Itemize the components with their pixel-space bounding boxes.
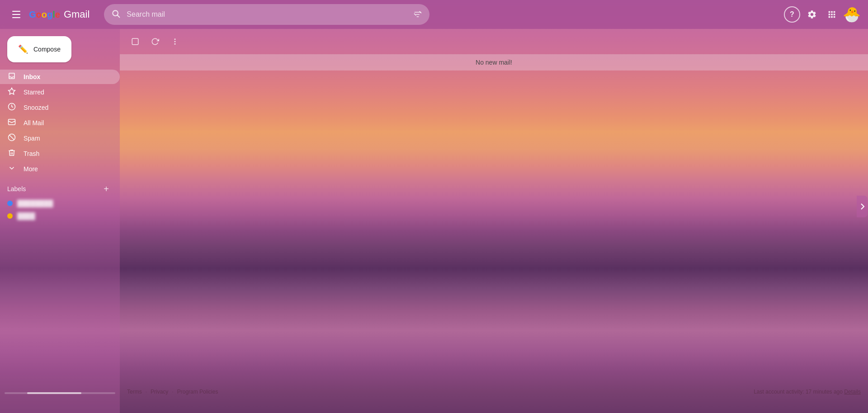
more-chevron-icon — [7, 164, 16, 174]
inbox-toolbar — [120, 29, 868, 54]
avatar: 🐣 — [843, 7, 861, 22]
starred-label: Starred — [24, 89, 44, 96]
search-input[interactable] — [104, 4, 429, 25]
all-mail-icon — [7, 118, 16, 128]
topbar-right: ? 🐣 — [783, 5, 861, 23]
footer-links: Terms · Privacy · Program Policies — [127, 389, 218, 395]
sidebar-item-all-mail[interactable]: All Mail — [0, 116, 120, 130]
label-color-dot — [7, 201, 13, 206]
hamburger-icon — [12, 11, 20, 18]
svg-point-13 — [175, 38, 176, 40]
label-item[interactable]: ████ — [0, 210, 120, 222]
sidebar-item-spam[interactable]: Spam — [0, 131, 120, 145]
svg-line-5 — [420, 11, 421, 13]
footer-program-policies-link[interactable]: Program Policies — [177, 389, 218, 395]
account-avatar-button[interactable]: 🐣 — [843, 5, 861, 23]
snoozed-icon — [7, 103, 16, 113]
help-icon: ? — [784, 6, 800, 23]
compose-icon: ✏️ — [18, 44, 28, 54]
svg-line-11 — [9, 135, 14, 140]
topbar: Google Gmail ? — [0, 0, 868, 29]
footer-details-link[interactable]: Details — [844, 389, 861, 395]
footer-terms-link[interactable]: Terms — [127, 389, 142, 395]
compose-button[interactable]: ✏️ Compose — [7, 36, 71, 62]
apps-icon — [827, 9, 837, 19]
no-new-mail-bar: No new mail! — [120, 54, 868, 70]
label-text: ████ — [17, 212, 35, 220]
all-mail-label: All Mail — [24, 119, 44, 127]
select-all-button[interactable] — [127, 33, 143, 50]
label-item[interactable]: ████████ — [0, 197, 120, 210]
add-label-icon: + — [104, 184, 109, 194]
snoozed-label: Snoozed — [24, 104, 48, 111]
gmail-logo[interactable]: Google Gmail — [29, 9, 90, 20]
hamburger-menu-button[interactable] — [7, 5, 25, 23]
sidebar-item-trash[interactable]: Trash — [0, 146, 120, 161]
refresh-button[interactable] — [147, 33, 163, 50]
sidebar-item-snoozed[interactable]: Snoozed — [0, 100, 120, 115]
spam-label: Spam — [24, 135, 40, 142]
sidebar-item-inbox[interactable]: Inbox — [0, 70, 120, 84]
label-color-dot — [7, 213, 13, 219]
main-content: No new mail! — [120, 29, 868, 413]
sidebar-item-more[interactable]: More — [0, 162, 120, 176]
scrollbar-track — [5, 392, 115, 394]
sidebar-scrollbar[interactable] — [0, 391, 120, 395]
inbox-label: Inbox — [24, 73, 40, 80]
scrollbar-thumb[interactable] — [27, 392, 81, 394]
svg-point-14 — [175, 41, 176, 42]
compose-label: Compose — [33, 46, 61, 53]
labels-section: Labels + — [0, 177, 120, 197]
footer-activity: Last account activity: 17 minutes ago De… — [754, 389, 861, 395]
svg-line-6 — [415, 14, 416, 15]
last-activity-text: Last account activity: 17 minutes ago — [754, 389, 843, 395]
more-options-button[interactable] — [167, 33, 183, 50]
help-button[interactable]: ? — [783, 5, 801, 23]
svg-rect-9 — [9, 119, 15, 125]
apps-button[interactable] — [823, 5, 841, 23]
settings-button[interactable] — [803, 5, 821, 23]
google-logo: Google — [29, 9, 60, 20]
footer-separator-1: · — [146, 389, 147, 395]
svg-point-15 — [175, 43, 176, 45]
svg-marker-7 — [9, 88, 15, 94]
spam-icon — [7, 133, 16, 144]
add-label-button[interactable]: + — [100, 183, 113, 195]
gear-icon — [807, 9, 817, 19]
inbox-icon — [7, 72, 16, 82]
labels-title: Labels — [7, 185, 26, 192]
chevron-right-icon — [859, 201, 865, 212]
trash-icon — [7, 149, 16, 159]
footer-privacy-link[interactable]: Privacy — [151, 389, 168, 395]
footer: Terms · Privacy · Program Policies Last … — [120, 389, 868, 395]
no-new-mail-text: No new mail! — [476, 59, 512, 66]
starred-icon — [7, 87, 16, 98]
sidebar-item-starred[interactable]: Starred — [0, 85, 120, 99]
svg-rect-12 — [132, 38, 138, 45]
more-label: More — [24, 165, 38, 173]
label-text: ████████ — [17, 200, 53, 207]
gmail-label: Gmail — [64, 9, 90, 20]
trash-label: Trash — [24, 150, 39, 157]
search-filter-button[interactable] — [410, 7, 425, 22]
footer-separator-2: · — [172, 389, 173, 395]
sidebar: ✏️ Compose Inbox Starred Snoozed — [0, 29, 120, 413]
sidebar-collapse-button[interactable] — [857, 196, 868, 217]
search-bar — [104, 4, 429, 25]
